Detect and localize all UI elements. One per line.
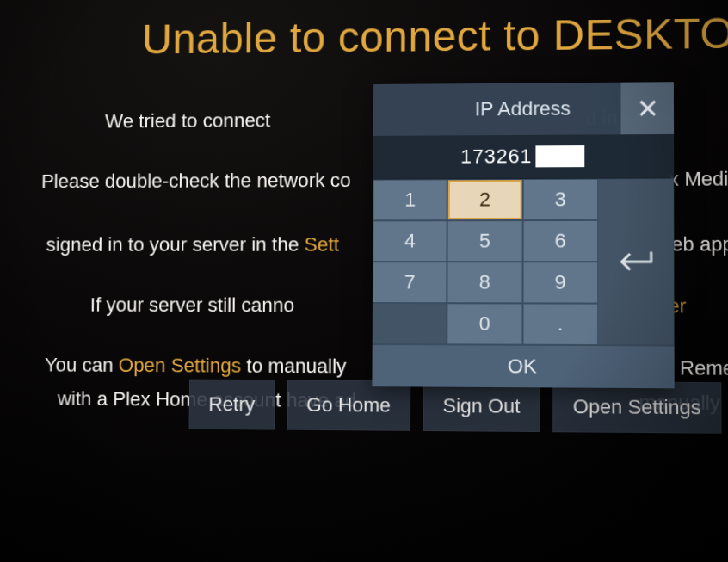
close-icon: ✕ bbox=[636, 92, 659, 124]
keypad-7[interactable]: 7 bbox=[373, 262, 447, 303]
keypad-5[interactable]: 5 bbox=[447, 220, 522, 262]
keypad-0[interactable]: 0 bbox=[447, 303, 523, 345]
ip-address-input[interactable]: 173261 bbox=[373, 134, 675, 179]
keypad-1[interactable]: 1 bbox=[373, 179, 447, 220]
body-line-3a: If your server still canno bbox=[90, 293, 294, 316]
dialog-title: IP Address bbox=[475, 97, 571, 121]
keypad-enter-button[interactable] bbox=[598, 178, 674, 345]
body-line-1a: We tried to connect bbox=[105, 109, 270, 133]
keypad-blank bbox=[373, 303, 447, 344]
body-line-2a: Please double-check the network co bbox=[41, 169, 351, 192]
body-line-2c: signed in to your server in the bbox=[46, 233, 305, 256]
error-title: Unable to connect to DESKTOP-I bbox=[142, 8, 728, 64]
open-settings-button[interactable]: Open Settings bbox=[553, 381, 722, 434]
sign-out-button[interactable]: Sign Out bbox=[423, 380, 540, 432]
keypad-2[interactable]: 2 bbox=[447, 179, 522, 220]
keypad-3[interactable]: 3 bbox=[522, 179, 598, 220]
body-line-4a: You can bbox=[45, 354, 119, 376]
dialog-close-button[interactable]: ✕ bbox=[620, 82, 674, 134]
keypad-dot[interactable]: . bbox=[522, 303, 598, 345]
open-settings-link[interactable]: Open Settings bbox=[119, 354, 242, 377]
ip-address-dialog: IP Address ✕ 173261 1 2 3 4 5 6 7 8 9 0 … bbox=[372, 82, 674, 388]
keypad-6[interactable]: 6 bbox=[522, 220, 598, 262]
ip-address-value: 173261 bbox=[460, 145, 532, 168]
keypad-9[interactable]: 9 bbox=[522, 262, 598, 303]
text-cursor bbox=[536, 145, 585, 167]
keypad-8[interactable]: 8 bbox=[447, 262, 522, 303]
keypad-ok-button[interactable]: OK bbox=[372, 344, 674, 388]
keypad-4[interactable]: 4 bbox=[373, 220, 447, 262]
settings-link[interactable]: Sett bbox=[305, 233, 340, 256]
body-line-4b: to manually bbox=[241, 355, 347, 378]
go-home-button[interactable]: Go Home bbox=[287, 380, 410, 431]
enter-icon bbox=[616, 249, 655, 275]
retry-button[interactable]: Retry bbox=[189, 380, 275, 430]
